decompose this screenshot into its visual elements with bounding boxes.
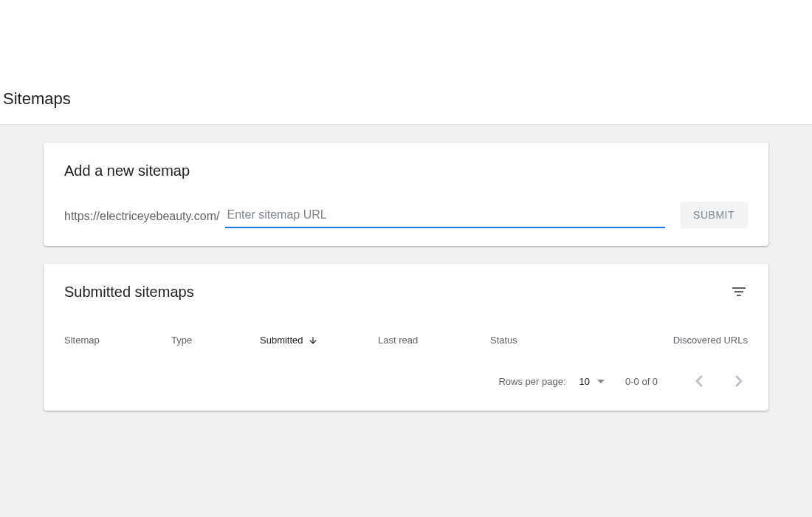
content-area: Add a new sitemap https://electriceyebea… (0, 124, 812, 517)
sort-descending-icon (308, 335, 318, 346)
prev-page-button[interactable] (690, 372, 708, 390)
rows-per-page-value: 10 (579, 376, 590, 387)
submit-button[interactable]: SUBMIT (680, 202, 748, 228)
dropdown-arrow-icon (597, 380, 605, 383)
column-sitemap[interactable]: Sitemap (64, 335, 171, 346)
pager (690, 372, 748, 390)
rows-per-page: Rows per page: 10 (498, 376, 605, 387)
column-last-read[interactable]: Last read (378, 335, 490, 346)
column-submitted[interactable]: Submitted (260, 335, 378, 346)
sitemap-url-input[interactable] (225, 206, 665, 228)
column-submitted-label: Submitted (260, 335, 303, 346)
rows-per-page-select[interactable]: 10 (579, 376, 605, 387)
chevron-right-icon (735, 375, 743, 387)
add-sitemap-title: Add a new sitemap (64, 160, 748, 181)
add-sitemap-card: Add a new sitemap https://electriceyebea… (44, 143, 768, 246)
submitted-sitemaps-card: Submitted sitemaps Sitemap Type Submitte… (44, 264, 768, 411)
submitted-header: Submitted sitemaps (64, 281, 748, 302)
next-page-button[interactable] (730, 372, 748, 390)
filter-icon[interactable] (730, 283, 748, 301)
column-discovered-urls[interactable]: Discovered URLs (637, 335, 748, 346)
column-status[interactable]: Status (490, 335, 637, 346)
table-footer: Rows per page: 10 0-0 of 0 (64, 357, 748, 393)
table-header-row: Sitemap Type Submitted Last read Status … (64, 326, 748, 357)
column-type[interactable]: Type (171, 335, 260, 346)
submitted-sitemaps-title: Submitted sitemaps (64, 281, 194, 302)
sitemap-prefix-url: https://electriceyebeauty.com/ (64, 208, 219, 228)
page-range: 0-0 of 0 (625, 376, 670, 387)
top-spacer (0, 0, 812, 89)
add-sitemap-row: https://electriceyebeauty.com/ SUBMIT (64, 202, 748, 228)
chevron-left-icon (695, 375, 703, 387)
rows-per-page-label: Rows per page: (498, 376, 565, 387)
page-title: Sitemaps (0, 89, 812, 124)
